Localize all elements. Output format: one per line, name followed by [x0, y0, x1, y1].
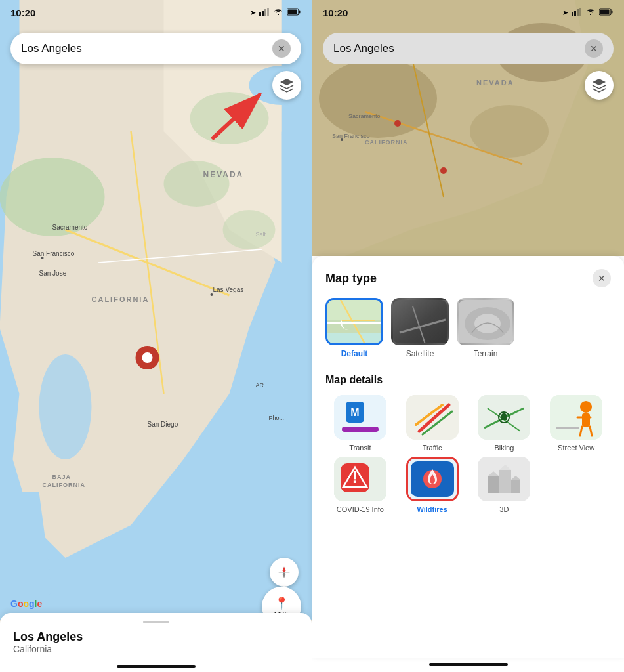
- svg-rect-56: [577, 9, 579, 16]
- svg-point-41: [319, 59, 437, 138]
- status-bar-left: 10:20 ➤: [0, 0, 312, 21]
- detail-item-covid[interactable]: ! COVID-19 Info: [325, 457, 395, 513]
- svg-rect-32: [267, 8, 269, 16]
- time-right: 10:20: [323, 7, 348, 18]
- svg-text:Salt...: Salt...: [256, 231, 271, 238]
- svg-rect-101: [499, 470, 511, 493]
- svg-line-37: [213, 95, 259, 138]
- svg-text:AR: AR: [256, 382, 264, 388]
- left-panel: NEVADA CALIFORNIA BAJA CALIFORNIA Sacram…: [0, 0, 312, 672]
- wifi-icon-right: [585, 7, 596, 18]
- map-type-label-terrain: Terrain: [474, 349, 498, 358]
- detail-item-streetview[interactable]: Street View: [541, 395, 611, 452]
- layers-button-left[interactable]: [272, 71, 301, 100]
- red-arrow: [207, 85, 272, 144]
- svg-text:Sacramento: Sacramento: [348, 113, 381, 119]
- detail-label-3d: 3D: [499, 505, 509, 513]
- svg-point-52: [440, 167, 447, 174]
- svg-rect-100: [488, 476, 499, 493]
- svg-rect-35: [288, 10, 297, 14]
- svg-text:Las Vegas: Las Vegas: [213, 286, 244, 293]
- detail-thumb-3d: [478, 457, 530, 501]
- svg-text:Pho...: Pho...: [269, 415, 285, 421]
- search-close-left[interactable]: ✕: [272, 39, 291, 58]
- location-icon-left: ➤: [250, 9, 256, 17]
- svg-rect-63: [327, 333, 383, 345]
- detail-label-traffic: Traffic: [423, 444, 442, 452]
- map-type-satellite[interactable]: Satellite: [391, 298, 449, 358]
- live-icon: 📍: [274, 596, 289, 610]
- wifi-icon-left: [273, 7, 283, 18]
- svg-text:CALIFORNIA: CALIFORNIA: [92, 295, 150, 303]
- search-bar-right[interactable]: Los Angeles ✕: [323, 33, 614, 64]
- map-type-terrain[interactable]: Terrain: [457, 298, 514, 358]
- detail-item-biking[interactable]: Biking: [470, 395, 539, 452]
- detail-thumb-streetview: [550, 395, 602, 440]
- status-icons-right: ➤: [562, 7, 614, 18]
- panel-close-button[interactable]: ✕: [593, 269, 611, 287]
- svg-rect-59: [612, 10, 613, 14]
- right-panel: NEVADA CALIFORNIA Sacramento San Francis…: [312, 0, 624, 672]
- svg-text:BAJA: BAJA: [52, 474, 72, 480]
- detail-thumb-wildfires: [406, 457, 459, 501]
- detail-item-wildfires[interactable]: Wildfires: [398, 457, 467, 513]
- location-icon-right: ➤: [562, 9, 568, 17]
- svg-point-5: [164, 161, 230, 207]
- detail-thumb-biking: [478, 395, 530, 440]
- map-type-row: Default: [325, 298, 611, 358]
- panel-title: Map type: [325, 272, 377, 285]
- svg-rect-31: [264, 9, 266, 16]
- map-details-grid: M Transit Traffic: [325, 395, 611, 513]
- svg-text:M: M: [350, 407, 359, 418]
- detail-thumb-covid: !: [334, 457, 386, 501]
- map-type-default[interactable]: Default: [325, 298, 383, 358]
- detail-item-traffic[interactable]: Traffic: [398, 395, 467, 452]
- detail-item-transit[interactable]: M Transit: [325, 395, 395, 452]
- detail-label-covid: COVID-19 Info: [337, 505, 384, 513]
- svg-rect-87: [582, 413, 590, 427]
- svg-rect-55: [574, 11, 576, 16]
- svg-text:San Diego: San Diego: [148, 421, 178, 428]
- svg-rect-67: [393, 300, 449, 345]
- svg-rect-29: [259, 12, 261, 16]
- map-type-label-satellite: Satellite: [406, 349, 434, 358]
- svg-point-19: [41, 257, 44, 259]
- bottom-card-left: Los Angeles California: [0, 613, 312, 672]
- svg-text:NEVADA: NEVADA: [203, 170, 244, 179]
- time-left: 10:20: [10, 7, 35, 18]
- map-type-panel: Map type ✕ Default: [312, 256, 624, 658]
- svg-rect-76: [342, 427, 379, 432]
- map-type-label-default: Default: [341, 349, 368, 358]
- panel-header: Map type ✕: [325, 269, 611, 287]
- layers-button-right[interactable]: [585, 71, 614, 100]
- status-bar-right: 10:20 ➤: [312, 0, 624, 21]
- svg-point-28: [142, 352, 153, 363]
- svg-point-43: [470, 105, 549, 158]
- detail-label-biking: Biking: [494, 444, 514, 452]
- signal-icon-left: [259, 7, 270, 18]
- search-text-right: Los Angeles: [333, 42, 585, 55]
- svg-text:San Francisco: San Francisco: [33, 250, 75, 257]
- home-bar-right: [429, 663, 508, 666]
- detail-item-3d[interactable]: 3D: [470, 457, 539, 513]
- svg-rect-30: [262, 11, 264, 16]
- signal-icon-right: [572, 7, 582, 18]
- map-details-title: Map details: [325, 374, 611, 386]
- svg-rect-34: [299, 10, 301, 14]
- svg-rect-102: [511, 480, 520, 493]
- search-text-left: Los Angeles: [21, 42, 272, 55]
- status-icons-left: ➤: [250, 7, 301, 18]
- map-type-thumb-satellite: [391, 298, 449, 345]
- google-logo: Google: [10, 598, 42, 609]
- search-bar-left[interactable]: Los Angeles ✕: [10, 33, 301, 64]
- svg-rect-85: [550, 395, 602, 440]
- search-close-right[interactable]: ✕: [585, 39, 603, 58]
- svg-text:CALIFORNIA: CALIFORNIA: [365, 139, 408, 146]
- home-indicator-left: [117, 665, 196, 668]
- svg-text:NEVADA: NEVADA: [476, 79, 514, 87]
- svg-text:CALIFORNIA: CALIFORNIA: [43, 482, 86, 488]
- right-map-section: NEVADA CALIFORNIA Sacramento San Francis…: [312, 0, 624, 256]
- compass-button-left[interactable]: [270, 558, 299, 587]
- map-type-thumb-default: [325, 298, 383, 345]
- map-type-thumb-terrain: [457, 298, 514, 345]
